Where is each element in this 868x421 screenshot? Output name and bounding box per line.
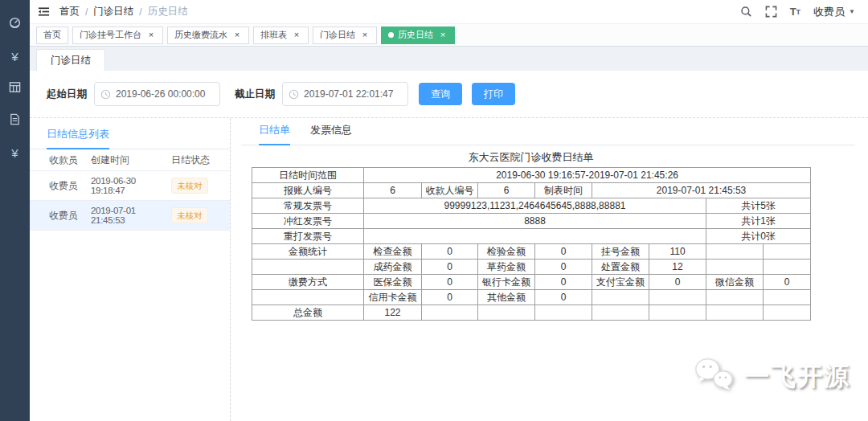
report-cell-label: 常规发票号: [252, 198, 364, 214]
tag-item[interactable]: 门诊挂号工作台×: [72, 27, 163, 44]
clock-icon: [289, 88, 299, 103]
report-cell-value: 共计0张: [706, 229, 811, 244]
report-cell-value: [422, 305, 478, 321]
report-table-row: 成药金额0草药金额0处置金额12: [252, 260, 811, 275]
print-button[interactable]: 打印: [472, 83, 515, 105]
search-icon[interactable]: [740, 6, 752, 18]
font-size-icon[interactable]: TT: [790, 6, 800, 18]
tag-item[interactable]: 排班表×: [253, 27, 309, 44]
close-icon[interactable]: ×: [232, 31, 242, 40]
close-icon[interactable]: ×: [146, 31, 156, 40]
report-cell-label: 制表时间: [535, 183, 592, 198]
column-header-status: 日结状态: [171, 153, 230, 167]
column-header-cashier: 收款员: [49, 153, 91, 167]
wechat-logo-icon: [691, 355, 738, 399]
main-area: 首页/门诊日结/历史日结 TT 收费员 ▼ 首页门诊挂号工作台×历史缴费流水×排…: [30, 0, 868, 421]
report-cell-value: 共计5张: [706, 198, 811, 214]
report-cell-value: 0: [422, 244, 478, 260]
close-icon[interactable]: ×: [292, 31, 301, 40]
tag-label: 门诊挂号工作台: [80, 29, 141, 41]
report-cell-label: 挂号金额: [592, 244, 649, 260]
navbar-actions: TT 收费员 ▼: [740, 5, 868, 19]
query-button[interactable]: 查询: [419, 83, 462, 105]
filter-row: 起始日期 截止日期 查询 打印: [30, 71, 868, 117]
currency-yen-icon: ¥: [11, 147, 18, 159]
report-cell-label: 其他金额: [478, 290, 535, 305]
sidebar-item-settlement[interactable]: ¥: [0, 137, 30, 169]
fullscreen-icon[interactable]: [765, 6, 777, 18]
report-table-row: 重打发票号共计0张: [252, 229, 811, 244]
report-cell-value: 共计1张: [706, 214, 811, 229]
document-icon: [9, 113, 21, 129]
report-cell-value: 0: [764, 275, 811, 290]
report-cell-label: 检查金额: [364, 244, 422, 260]
report-cell-value: 122: [364, 305, 422, 321]
end-date-picker: [282, 82, 408, 106]
end-date-input[interactable]: [282, 82, 408, 106]
hamburger-menu-icon[interactable]: [38, 6, 50, 18]
tag-item[interactable]: 历史缴费流水×: [167, 27, 249, 44]
page-tab-outpatient-settlement[interactable]: 门诊日结: [36, 49, 105, 71]
report-title: 东大云医院门诊收费日结单: [252, 150, 810, 165]
report-cell-label: 微信金额: [706, 275, 764, 290]
report-cell-value: [252, 290, 364, 305]
report-cell-value: [364, 229, 706, 244]
end-date-label: 截止日期: [235, 88, 275, 101]
report-cell-value: [706, 290, 764, 305]
tab-invoice-info[interactable]: 发票信息: [310, 123, 352, 145]
report-cell-value: 0: [422, 290, 478, 305]
report-cell-value: 0: [535, 244, 592, 260]
breadcrumb-item[interactable]: 首页: [59, 5, 80, 18]
settlement-list-rows: 收费员2019-06-30 19:18:47未核对收费员2019-07-01 2…: [30, 171, 230, 231]
settlement-list-row[interactable]: 收费员2019-07-01 21:45:53未核对: [30, 201, 230, 231]
start-date-label: 起始日期: [47, 88, 87, 101]
report-cell-value: 0: [422, 275, 478, 290]
report-cell-label: 检验金额: [478, 244, 535, 260]
report-cell-value: [706, 260, 764, 275]
report-cell-value: [592, 290, 649, 305]
report-cell-value: [764, 260, 811, 275]
sidebar-item-dashboard[interactable]: [0, 8, 30, 40]
tag-label: 历史缴费流水: [174, 29, 227, 41]
report-cell-label: 重打发票号: [252, 229, 364, 244]
start-date-input[interactable]: [94, 82, 220, 106]
report-cell-label: 收款人编号: [422, 183, 478, 198]
report-cell-value: 2019-06-30 19:16:57-2019-07-01 21:45:26: [364, 168, 811, 183]
user-dropdown[interactable]: 收费员 ▼: [813, 5, 855, 19]
report-table-row: 缴费方式医保金额0银行卡金额0支付宝金额0微信金额0: [252, 275, 811, 290]
report-cell-label: 总金额: [252, 305, 364, 321]
report-cell-value: [649, 305, 706, 321]
column-header-created: 创建时间: [91, 153, 171, 167]
tag-label: 门诊日结: [320, 29, 355, 41]
tag-label: 首页: [43, 29, 61, 41]
report-cell-label: 处置金额: [592, 260, 649, 275]
settlement-list-tab[interactable]: 日结信息列表: [47, 127, 109, 149]
report-cell-value: 0: [535, 290, 592, 305]
close-icon[interactable]: ×: [438, 31, 448, 40]
report-cell-value: [764, 290, 811, 305]
settlement-list-row[interactable]: 收费员2019-06-30 19:18:47未核对: [30, 171, 230, 201]
report-cell-value: 110: [649, 244, 706, 260]
tag-item[interactable]: 首页: [36, 27, 68, 44]
breadcrumb-separator: /: [85, 6, 88, 18]
breadcrumb-item[interactable]: 门诊日结: [93, 5, 133, 18]
report-cell-value: 0: [422, 260, 478, 275]
tag-item[interactable]: 门诊日结×: [313, 27, 377, 44]
start-date-picker: [94, 82, 220, 106]
report-table-row: 冲红发票号8888共计1张: [252, 214, 811, 229]
close-icon[interactable]: ×: [360, 31, 370, 40]
report-cell-label: 医保金额: [364, 275, 422, 290]
status-badge: 未核对: [171, 207, 208, 224]
report-cell-value: 0: [535, 275, 592, 290]
sidebar-item-schedule[interactable]: [0, 72, 30, 104]
report-table-row: 总金额122: [252, 305, 811, 321]
dashboard-icon: [9, 17, 21, 32]
tab-daily-report[interactable]: 日结单: [259, 123, 290, 145]
sidebar-item-charge[interactable]: ¥: [0, 40, 30, 72]
tag-active[interactable]: 历史日结×: [381, 27, 455, 44]
report-cell-label: 缴费方式: [252, 275, 364, 290]
sidebar: ¥ ¥: [0, 0, 30, 421]
report-cell-value: [478, 305, 535, 321]
sidebar-item-records[interactable]: [0, 104, 30, 137]
report-cell-value: 2019-07-01 21:45:53: [592, 183, 811, 198]
